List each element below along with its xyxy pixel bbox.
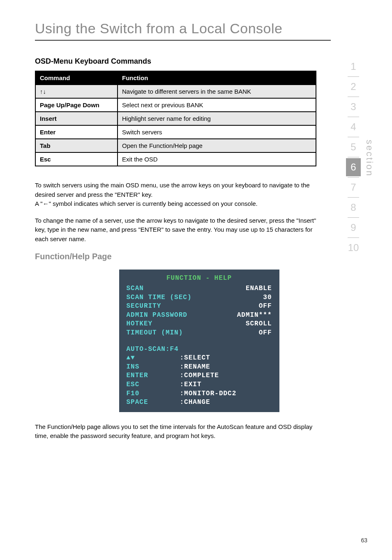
nav-divider	[348, 237, 359, 238]
osd-key-label: ▲▼	[127, 354, 180, 363]
osd-key-value: :CHANGE	[180, 398, 210, 407]
osd-setting-value: OFF	[259, 302, 272, 311]
table-header-row: Command Function	[35, 71, 316, 85]
nav-divider	[348, 76, 359, 77]
osd-setting-label: ADMIN PASSWORD	[127, 311, 187, 320]
osd-setting-row: SCAN TIME (SEC) 30	[127, 293, 272, 302]
nav-section-7[interactable]: 7	[346, 178, 361, 196]
table-row: Enter Switch servers	[35, 125, 316, 139]
osd-title: FUNCTION - HELP	[127, 274, 272, 282]
table-header-function: Function	[118, 71, 316, 85]
function-cell: Highlight server name for editing	[118, 112, 316, 125]
osd-key-row: INS :RENAME	[127, 363, 272, 372]
osd-setting-row: TIMEOUT (MIN) OFF	[127, 329, 272, 338]
command-cell: ↑↓	[35, 85, 118, 98]
table-header-command: Command	[35, 71, 118, 85]
function-cell: Switch servers	[118, 125, 316, 139]
left-arrow-icon: ←	[43, 200, 49, 207]
paragraph-text: To switch servers using the main OSD men…	[35, 182, 310, 198]
osd-key-label: ESC	[127, 380, 180, 389]
osd-key-value: :RENAME	[180, 363, 210, 372]
osd-key-row: F10 :MONITOR-DDC2	[127, 389, 272, 399]
nav-divider	[348, 197, 359, 198]
nav-divider	[348, 157, 359, 157]
command-cell: Insert	[35, 112, 118, 125]
table-row: Esc Exit the OSD	[35, 152, 316, 166]
paragraph-text-prefix: A "	[35, 200, 43, 207]
osd-setting-label: SECURITY	[127, 302, 161, 311]
side-nav: 1 2 3 4 5 6 7 8 9 10 section	[346, 58, 375, 257]
osd-setting-row: ADMIN PASSWORD ADMIN***	[127, 311, 272, 320]
osd-screenshot: FUNCTION - HELP SCAN ENABLE SCAN TIME (S…	[119, 270, 279, 412]
osd-setting-row: HOTKEY SCROLL	[127, 320, 272, 329]
command-cell: Page Up/Page Down	[35, 98, 118, 112]
nav-section-6[interactable]: 6	[346, 158, 361, 176]
osd-key-value: :MONITOR-DDC2	[180, 389, 237, 399]
nav-section-3[interactable]: 3	[346, 98, 361, 116]
osd-setting-value: ADMIN***	[237, 311, 272, 320]
osd-key-row: ▲▼ :SELECT	[127, 354, 272, 363]
command-cell: Enter	[35, 125, 118, 139]
function-cell: Navigate to different servers in the sam…	[118, 85, 316, 98]
function-cell: Exit the OSD	[118, 152, 316, 166]
nav-section-2[interactable]: 2	[346, 78, 361, 96]
function-cell: Select next or previous BANK	[118, 98, 316, 112]
paragraph-text-suffix: " symbol indicates which server is curre…	[49, 200, 258, 207]
nav-section-4[interactable]: 4	[346, 118, 361, 136]
nav-section-8[interactable]: 8	[346, 198, 361, 217]
osd-key-label: F10	[127, 389, 180, 399]
osd-key-value: :EXIT	[180, 380, 202, 389]
osd-setting-label: TIMEOUT (MIN)	[127, 329, 183, 338]
osd-key-value: :COMPLETE	[180, 371, 219, 380]
function-cell: Open the Function/Help page	[118, 139, 316, 152]
osd-key-label: ENTER	[127, 371, 180, 380]
nav-section-10[interactable]: 10	[346, 239, 361, 257]
osd-key-row: SPACE :CHANGE	[127, 398, 272, 407]
table-row: Page Up/Page Down Select next or previou…	[35, 98, 316, 112]
table-row: Insert Highlight server name for editing	[35, 112, 316, 125]
table-row: Tab Open the Function/Help page	[35, 139, 316, 152]
nav-section-label: section	[364, 140, 375, 257]
osd-setting-value: OFF	[259, 329, 272, 338]
osd-key-value: :SELECT	[180, 354, 210, 363]
osd-setting-row: SCAN ENABLE	[127, 284, 272, 293]
command-cell: Tab	[35, 139, 118, 152]
osd-key-row: ENTER :COMPLETE	[127, 371, 272, 380]
osd-setting-row: SECURITY OFF	[127, 302, 272, 311]
subsection-heading: OSD-Menu Keyboard Commands	[35, 57, 363, 66]
nav-divider	[348, 217, 359, 218]
table-row: ↑↓ Navigate to different servers in the …	[35, 85, 316, 98]
nav-section-9[interactable]: 9	[346, 219, 361, 237]
commands-table: Command Function ↑↓ Navigate to differen…	[35, 71, 316, 166]
osd-autoscan: AUTO-SCAN:F4	[127, 345, 272, 354]
nav-section-1[interactable]: 1	[346, 58, 361, 76]
osd-key-label: INS	[127, 363, 180, 372]
osd-setting-value: 30	[263, 293, 272, 302]
nav-divider	[348, 117, 359, 117]
osd-setting-label: SCAN TIME (SEC)	[127, 293, 192, 302]
command-cell: Esc	[35, 152, 118, 166]
paragraph-switch-servers: To switch servers using the main OSD men…	[35, 181, 323, 209]
osd-setting-label: HOTKEY	[127, 320, 153, 329]
osd-setting-value: ENABLE	[246, 284, 272, 293]
title-underline	[35, 40, 331, 41]
osd-setting-label: SCAN	[127, 284, 144, 293]
paragraph-function-help: The Function/Help page allows you to set…	[35, 422, 323, 441]
nav-section-5[interactable]: 5	[346, 138, 361, 156]
nav-divider	[348, 97, 359, 97]
osd-setting-value: SCROLL	[246, 320, 272, 329]
osd-key-label: SPACE	[127, 398, 180, 407]
page-title: Using the Switch from a Local Console	[35, 21, 363, 37]
nav-divider	[348, 177, 359, 177]
section-heading: Function/Help Page	[35, 252, 363, 261]
nav-divider	[348, 137, 359, 137]
page-number: 63	[361, 537, 367, 544]
osd-key-row: ESC :EXIT	[127, 380, 272, 389]
paragraph-change-name: To change the name of a server, use the …	[35, 216, 323, 244]
